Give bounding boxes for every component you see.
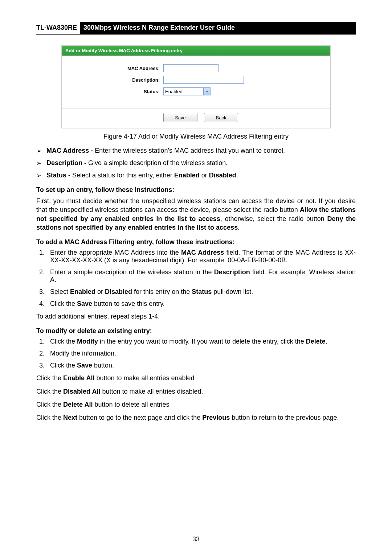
bold-text: Enabled	[70, 288, 95, 295]
bold-text: Description	[214, 268, 250, 276]
figure-caption: Figure 4-17 Add or Modify Wireless MAC A…	[36, 133, 356, 140]
ordered-list: Enter the appropriate MAC Address into t…	[36, 249, 356, 308]
section-heading: To add a MAC Address Filtering entry, fo…	[36, 238, 356, 246]
paragraph: Click the Disabled All button to make al…	[36, 387, 356, 396]
doc-title: 300Mbps Wireless N Range Extender User G…	[80, 22, 356, 34]
paragraph: Click the Enable All button to make all …	[36, 374, 356, 382]
paragraph: Click the Next button to go to the next …	[36, 413, 356, 422]
page-number: 33	[0, 535, 392, 543]
label-status: Status:	[65, 89, 163, 94]
list-item: Select Enabled or Disabled for this entr…	[46, 288, 356, 296]
bold-text: Previous	[202, 414, 230, 421]
label-mac: MAC Address:	[65, 66, 163, 71]
list-item: Click the Save button to save this entry…	[46, 300, 356, 308]
bold-text: Save	[77, 300, 92, 307]
section-heading: To modify or delete an existing entry:	[36, 327, 356, 335]
bold-text: Enable All	[63, 374, 94, 382]
status-select-value: Enabled	[165, 89, 183, 94]
bold-text: Save	[77, 362, 92, 369]
button-row: Save Back	[163, 113, 238, 122]
paragraph: Click the Delete All button to delete al…	[36, 400, 356, 409]
term-text: or	[200, 172, 209, 179]
list-item: ➢ Description - Give a simple descriptio…	[36, 159, 356, 167]
row-mac: MAC Address:	[65, 64, 327, 72]
list-item: Enter a simple description of the wirele…	[46, 268, 356, 284]
term: MAC Address -	[46, 147, 93, 154]
term-text: Enter the wireless station's MAC address…	[93, 147, 285, 154]
bold-text: Enabled	[174, 172, 200, 179]
bold-text: Modify	[77, 338, 98, 345]
term-text: .	[236, 172, 238, 179]
doc-header: TL-WA830RE 300Mbps Wireless N Range Exte…	[36, 22, 356, 35]
bold-text: Disabled	[105, 288, 132, 295]
bold-text: Delete All	[63, 401, 93, 408]
list-item: ➢ MAC Address - Enter the wireless stati…	[36, 147, 356, 155]
app-screenshot: Add or Modify Wireless MAC Address Filte…	[61, 45, 331, 128]
model-number: TL-WA830RE	[36, 22, 80, 34]
ordered-list: Click the Modify in the entry you want t…	[36, 338, 356, 369]
label-description: Description:	[65, 77, 163, 83]
list-item: ➢ Status - Select a status for this entr…	[36, 172, 356, 180]
arrow-icon: ➢	[36, 159, 46, 167]
arrow-icon: ➢	[36, 147, 46, 155]
term: Description -	[46, 159, 86, 167]
mac-address-input[interactable]	[163, 64, 219, 72]
bold-text: Status	[192, 288, 212, 295]
list-item: Enter the appropriate MAC Address into t…	[46, 249, 356, 264]
notes-list: ➢ MAC Address - Enter the wireless stati…	[36, 147, 356, 180]
term-text: Give a simple description of the wireles…	[86, 159, 228, 167]
back-button[interactable]: Back	[204, 113, 238, 122]
save-button[interactable]: Save	[163, 113, 197, 122]
row-description: Description:	[65, 76, 327, 84]
term-text: Select a status for this entry, either	[70, 172, 174, 179]
arrow-icon: ➢	[36, 172, 46, 180]
panel-title: Add or Modify Wireless MAC Address Filte…	[62, 46, 330, 56]
bold-text: Next	[63, 414, 77, 421]
term: Status -	[46, 172, 70, 179]
section-heading: To set up an entry, follow these instruc…	[36, 186, 356, 194]
page-container: TL-WA830RE 300Mbps Wireless N Range Exte…	[0, 0, 392, 554]
panel-body: MAC Address: Description: Status: Enable…	[62, 56, 330, 109]
panel-footer: Save Back	[62, 109, 330, 128]
list-item: Click the Save button.	[46, 362, 356, 369]
bold-text: Disabled	[209, 172, 236, 179]
row-status: Status: Enabled ▾	[65, 87, 327, 95]
chevron-down-icon: ▾	[203, 88, 210, 95]
paragraph: First, you must decide whether the unspe…	[36, 197, 356, 232]
bold-text: Disabled All	[63, 388, 100, 395]
list-item: Modify the information.	[46, 350, 356, 357]
bold-text: MAC Address	[181, 249, 224, 256]
status-select[interactable]: Enabled ▾	[163, 87, 211, 95]
list-item: Click the Modify in the entry you want t…	[46, 338, 356, 345]
bold-text: Delete	[306, 338, 326, 345]
paragraph: To add additional entries, repeat steps …	[36, 312, 356, 321]
description-input[interactable]	[163, 76, 244, 84]
